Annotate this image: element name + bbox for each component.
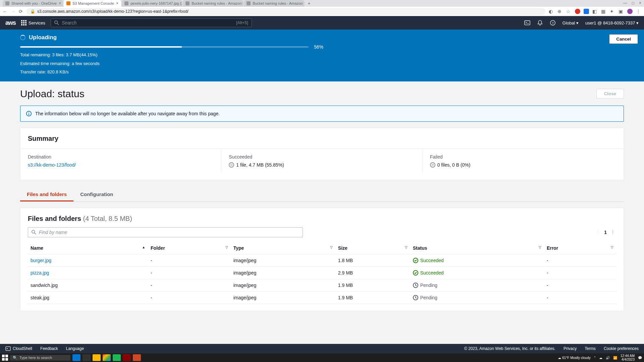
svg-rect-2 [25, 20, 26, 21]
taskbar-search-placeholder: Type here to search [19, 356, 52, 360]
taskbar-app[interactable] [72, 354, 80, 361]
eta-text: Estimated time remaining: a few seconds [20, 60, 624, 67]
file-link[interactable]: pizza.jpg [31, 270, 49, 276]
browser-tab[interactable]: Shared with you - OneDrive× [3, 0, 63, 7]
tab-files[interactable]: Files and folders [20, 188, 73, 201]
col-name[interactable]: Name▲ [28, 242, 148, 254]
tab-configuration[interactable]: Configuration [73, 188, 120, 201]
svg-rect-1 [23, 20, 24, 21]
search-icon [54, 20, 59, 25]
taskbar-app[interactable] [123, 354, 131, 361]
taskbar-app[interactable] [103, 354, 111, 361]
svg-text:?: ? [552, 21, 554, 25]
address-bar: ← → ⟳ 🔒 s3.console.aws.amazon.com/s3/upl… [0, 7, 644, 16]
tray-chevron-icon[interactable]: ˄ [594, 356, 596, 360]
window-minimize-icon[interactable]: — [623, 1, 627, 6]
weather-widget[interactable]: ☁ 61°F Mostly cloudy [558, 356, 590, 360]
succeeded-value: 1 file, 4.7 MB (55.85%) [236, 162, 284, 168]
cloudshell-link[interactable]: CloudShell [5, 346, 32, 351]
upload-title: Uploading [20, 34, 624, 41]
user-menu[interactable]: user1 @ 8418-6092-7337 ▾ [585, 20, 639, 25]
col-type[interactable]: Type▽ [231, 242, 335, 254]
table-row: steak.jpg-image/jpeg1.9 MBPending- [28, 291, 616, 304]
language-link[interactable]: Language [66, 346, 84, 351]
svg-rect-30 [5, 358, 8, 361]
extension-icon[interactable]: ▦ [601, 9, 606, 14]
clock-time[interactable]: 12:44 AM [621, 354, 635, 358]
cloudshell-icon[interactable] [524, 20, 530, 26]
file-link[interactable]: burger.jpg [31, 258, 51, 263]
clock-date[interactable]: 4/4/2023 [621, 358, 635, 361]
status-succeeded: Succeeded [413, 270, 541, 276]
extension-icon[interactable] [575, 9, 580, 14]
destination-link[interactable]: s3://kk-demo-123/food/ [28, 162, 76, 168]
destination-label: Destination [28, 154, 214, 160]
next-page-icon[interactable]: 〉 [611, 229, 616, 235]
extension-icon[interactable]: ⊕ [557, 9, 563, 14]
feedback-link[interactable]: Feedback [40, 346, 58, 351]
browser-tab[interactable]: S3 Management Console× [64, 0, 121, 7]
rate-text: Transfer rate: 820.8 KB/s [20, 69, 624, 75]
prev-page-icon[interactable]: 〈 [595, 229, 599, 235]
window-close-icon[interactable]: × [639, 1, 641, 6]
filter-input[interactable]: Find by name [28, 227, 303, 237]
grid-icon [21, 20, 26, 25]
reload-icon[interactable]: ⟳ [19, 9, 23, 14]
taskbar-app[interactable] [93, 354, 101, 361]
svg-rect-19 [29, 113, 29, 115]
extension-icon[interactable]: ◧ [592, 9, 598, 14]
extension-icon[interactable]: ◐ [549, 9, 554, 14]
services-menu[interactable]: Services [21, 20, 45, 25]
bell-icon[interactable] [537, 20, 543, 26]
url-input[interactable]: 🔒 s3.console.aws.amazon.com/s3/upload/kk… [26, 8, 545, 15]
status-succeeded: Succeeded [413, 258, 541, 263]
menu-icon[interactable]: ⋮ [636, 9, 641, 14]
taskbar-app[interactable] [113, 354, 121, 361]
tray-icon[interactable]: 📶 [613, 356, 617, 360]
col-error[interactable]: Error▽ [544, 242, 616, 254]
page-number: 1 [604, 230, 607, 235]
extension-icon[interactable] [584, 9, 589, 14]
svg-rect-29 [2, 358, 5, 361]
extension-icon[interactable]: ▣ [619, 9, 624, 14]
privacy-link[interactable]: Privacy [564, 346, 577, 351]
notifications-icon[interactable]: 💬 [638, 356, 642, 360]
svg-rect-0 [21, 20, 22, 21]
search-placeholder: Search [62, 20, 76, 25]
aws-logo[interactable]: aws [5, 19, 16, 26]
help-icon[interactable]: ? [550, 20, 556, 26]
close-button[interactable]: Close [596, 89, 624, 99]
close-icon[interactable]: × [116, 1, 118, 6]
col-size[interactable]: Size▽ [335, 242, 410, 254]
tray-icon[interactable]: ☁ [599, 356, 602, 360]
back-icon[interactable]: ← [3, 9, 7, 14]
search-input[interactable]: Search [Alt+S] [51, 18, 252, 27]
region-selector[interactable]: Global ▾ [562, 20, 579, 25]
clock-icon [413, 295, 418, 300]
browser-tab[interactable]: Bucket naming rules - Amazon S...× [183, 0, 243, 7]
col-folder[interactable]: Folder▽ [148, 242, 231, 254]
browser-tab[interactable]: pexels-julio-nery-1687147.jpg (3...× [122, 0, 182, 7]
search-icon: 🔍 [13, 356, 17, 360]
browser-tab[interactable]: Bucket naming rules - Amazon S...× [244, 0, 304, 7]
terms-link[interactable]: Terms [585, 346, 596, 351]
close-icon[interactable]: × [59, 1, 61, 6]
cancel-button[interactable]: Cancel [609, 34, 638, 44]
cookie-link[interactable]: Cookie preferences [604, 346, 639, 351]
taskbar-app[interactable] [133, 354, 141, 361]
window-maximize-icon[interactable]: □ [632, 1, 634, 6]
files-table: Name▲ Folder▽ Type▽ Size▽ Status▽ Error▽… [28, 242, 616, 304]
forward-icon[interactable]: → [11, 9, 15, 14]
aws-top-nav: aws Services Search [Alt+S] ? Global ▾ u… [0, 16, 644, 29]
taskbar-app[interactable] [83, 354, 91, 361]
svg-point-9 [55, 21, 58, 24]
avatar-icon[interactable] [627, 9, 633, 14]
url-text: s3.console.aws.amazon.com/s3/upload/kk-d… [37, 9, 189, 14]
col-status[interactable]: Status▽ [410, 242, 544, 254]
taskbar-search[interactable]: 🔍 Type here to search [10, 355, 70, 361]
star-icon[interactable]: ☆ [566, 9, 572, 14]
tray-icon[interactable]: 🔊 [606, 356, 610, 360]
start-button[interactable] [2, 355, 8, 361]
extension-icon[interactable]: ✦ [610, 9, 615, 14]
new-tab-button[interactable]: + [305, 0, 313, 7]
